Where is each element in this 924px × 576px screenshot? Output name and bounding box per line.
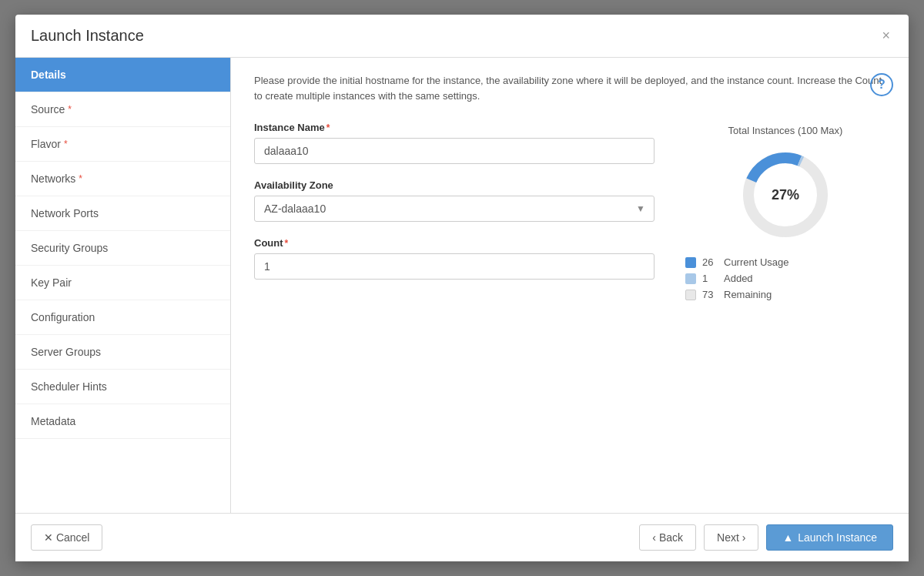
legend-value-current: 26 xyxy=(702,256,724,268)
sidebar-item-flavor[interactable]: Flavor * xyxy=(15,127,230,162)
sidebar-item-security-groups[interactable]: Security Groups xyxy=(15,231,230,266)
availability-zone-group: Availability Zone AZ-dalaaa10 ▼ xyxy=(254,179,654,222)
sidebar-item-metadata[interactable]: Metadata xyxy=(15,404,230,439)
legend-color-added xyxy=(685,273,696,284)
back-button[interactable]: ‹ Back xyxy=(639,524,696,551)
sidebar-item-source[interactable]: Source * xyxy=(15,92,230,127)
cancel-button[interactable]: ✕ Cancel xyxy=(31,524,102,551)
legend-color-remaining xyxy=(685,290,696,300)
legend-item-current: 26 Current Usage xyxy=(685,256,886,268)
availability-zone-label: Availability Zone xyxy=(254,179,654,191)
launch-button[interactable]: ▲ Launch Instance xyxy=(766,524,893,551)
donut-chart: 27% xyxy=(739,149,832,241)
footer-left: ✕ Cancel xyxy=(31,524,102,551)
sidebar-item-key-pair[interactable]: Key Pair xyxy=(15,266,230,300)
legend-item-remaining: 73 Remaining xyxy=(685,289,886,300)
modal-title: Launch Instance xyxy=(31,27,144,45)
availability-zone-select[interactable]: AZ-dalaaa10 xyxy=(254,196,654,222)
count-group: Count* xyxy=(254,237,654,280)
instance-name-label: Instance Name* xyxy=(254,122,654,133)
required-star-flavor: * xyxy=(64,139,68,149)
sidebar-item-details[interactable]: Details xyxy=(15,58,230,92)
sidebar: DetailsSource *Flavor *Networks *Network… xyxy=(15,58,231,513)
required-star-networks: * xyxy=(79,173,82,184)
modal-body: DetailsSource *Flavor *Networks *Network… xyxy=(15,58,909,513)
close-button[interactable]: × xyxy=(879,28,893,44)
modal-overlay: Launch Instance × DetailsSource *Flavor … xyxy=(0,0,924,576)
legend-label-remaining: Remaining xyxy=(724,289,772,300)
chart-legend: 26 Current Usage 1 Added 73 xyxy=(685,256,886,305)
modal-footer: ✕ Cancel ‹ Back Next › ▲ Launch Instance xyxy=(15,513,909,561)
legend-item-added: 1 Added xyxy=(685,273,886,284)
content-area: ? Please provide the initial hostname fo… xyxy=(231,58,909,513)
sidebar-item-networks[interactable]: Networks * xyxy=(15,162,230,196)
form-fields: Instance Name* Availability Zone AZ-dala… xyxy=(254,122,654,295)
launch-instance-modal: Launch Instance × DetailsSource *Flavor … xyxy=(15,15,909,561)
legend-color-current xyxy=(685,257,696,268)
legend-value-remaining: 73 xyxy=(702,289,724,300)
legend-label-current: Current Usage xyxy=(724,256,789,268)
launch-label: Launch Instance xyxy=(798,531,877,544)
count-input[interactable] xyxy=(254,253,654,280)
sidebar-item-network-ports[interactable]: Network Ports xyxy=(15,196,230,231)
instance-name-input[interactable] xyxy=(254,138,654,164)
launch-icon: ▲ xyxy=(782,531,793,544)
count-label: Count* xyxy=(254,237,654,249)
sidebar-item-scheduler-hints[interactable]: Scheduler Hints xyxy=(15,370,230,404)
footer-right: ‹ Back Next › ▲ Launch Instance xyxy=(639,524,893,551)
instance-name-group: Instance Name* xyxy=(254,122,654,164)
legend-label-added: Added xyxy=(724,273,753,284)
help-icon[interactable]: ? xyxy=(870,73,893,96)
chart-title: Total Instances (100 Max) xyxy=(728,125,843,136)
chart-area: Total Instances (100 Max) 27% xyxy=(685,122,886,305)
modal-header: Launch Instance × xyxy=(15,15,909,58)
required-star-source: * xyxy=(68,104,72,115)
next-button[interactable]: Next › xyxy=(704,524,758,551)
sidebar-item-server-groups[interactable]: Server Groups xyxy=(15,335,230,370)
availability-zone-select-wrapper: AZ-dalaaa10 ▼ xyxy=(254,196,654,222)
legend-value-added: 1 xyxy=(702,273,724,284)
chart-percentage: 27% xyxy=(772,187,799,203)
sidebar-item-configuration[interactable]: Configuration xyxy=(15,300,230,335)
description-text: Please provide the initial hostname for … xyxy=(254,73,886,103)
form-row: Instance Name* Availability Zone AZ-dala… xyxy=(254,122,886,305)
